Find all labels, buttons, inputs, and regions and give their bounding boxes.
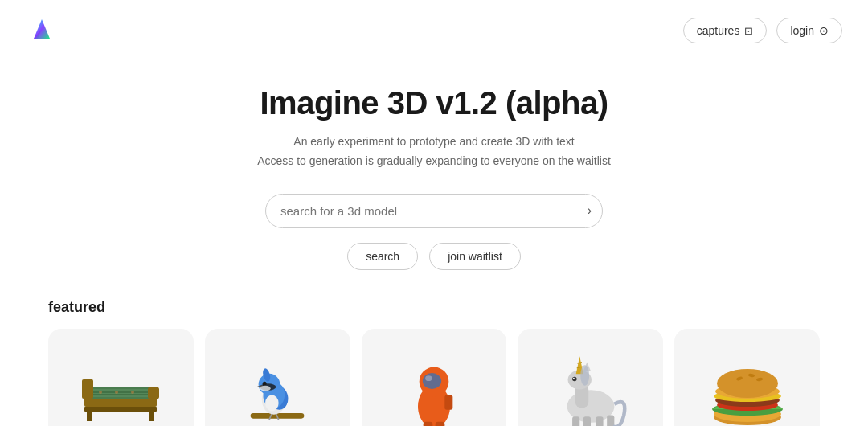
svg-rect-49 xyxy=(583,416,591,426)
header: captures ⊡ login ⊙ xyxy=(0,0,868,61)
svg-rect-50 xyxy=(596,416,603,426)
svg-point-45 xyxy=(573,377,575,379)
page-title: Imagine 3D v1.2 (alpha) xyxy=(260,85,608,121)
svg-point-32 xyxy=(423,373,441,389)
search-input[interactable] xyxy=(265,194,603,228)
subtitle-line1: An early experiment to prototype and cre… xyxy=(293,135,574,148)
featured-section: featured xyxy=(0,299,868,426)
svg-rect-11 xyxy=(148,387,159,399)
unicorn-model xyxy=(542,349,639,426)
search-bar-wrapper: › xyxy=(265,194,603,228)
sandwich-model xyxy=(699,353,796,426)
svg-rect-30 xyxy=(444,395,452,409)
svg-rect-7 xyxy=(88,389,153,397)
svg-rect-48 xyxy=(572,416,579,426)
action-buttons: search join waitlist xyxy=(347,243,521,270)
featured-cards-row xyxy=(48,329,820,426)
login-icon: ⊙ xyxy=(819,24,829,37)
svg-rect-5 xyxy=(149,412,154,421)
featured-card-bird[interactable] xyxy=(205,329,350,426)
svg-point-12 xyxy=(99,391,102,394)
join-waitlist-button[interactable]: join waitlist xyxy=(429,243,521,270)
svg-point-13 xyxy=(115,391,118,394)
featured-label: featured xyxy=(48,299,820,316)
svg-rect-34 xyxy=(424,421,433,426)
login-button[interactable]: login ⊙ xyxy=(776,18,842,43)
featured-card-bed[interactable] xyxy=(48,329,194,426)
svg-point-25 xyxy=(263,381,267,385)
featured-card-unicorn[interactable] xyxy=(518,329,663,426)
svg-point-14 xyxy=(131,391,134,394)
search-button[interactable]: search xyxy=(347,243,418,270)
svg-point-28 xyxy=(260,385,271,391)
svg-point-44 xyxy=(572,376,577,381)
main-content: Imagine 3D v1.2 (alpha) An early experim… xyxy=(0,61,868,299)
svg-point-21 xyxy=(265,395,279,411)
svg-point-26 xyxy=(264,382,265,383)
subtitle-line2: Access to generation is gradually expand… xyxy=(257,154,611,167)
astronaut-model xyxy=(394,341,474,426)
captures-label: captures xyxy=(697,24,740,37)
svg-point-33 xyxy=(425,375,432,381)
captures-button[interactable]: captures ⊡ xyxy=(683,18,768,43)
svg-rect-3 xyxy=(84,407,157,412)
subtitle: An early experiment to prototype and cre… xyxy=(257,133,611,171)
bird-model xyxy=(237,341,317,426)
svg-rect-10 xyxy=(82,379,93,399)
header-actions: captures ⊡ login ⊙ xyxy=(683,18,842,43)
logo[interactable] xyxy=(26,13,58,48)
featured-card-astronaut[interactable] xyxy=(362,329,507,426)
featured-card-sandwich[interactable] xyxy=(674,329,820,426)
svg-point-47 xyxy=(580,365,589,386)
login-label: login xyxy=(790,24,814,37)
svg-rect-35 xyxy=(436,421,445,426)
bed-model xyxy=(72,357,169,426)
svg-rect-4 xyxy=(87,412,92,421)
captures-icon: ⊡ xyxy=(744,25,753,37)
svg-point-63 xyxy=(717,369,778,398)
svg-rect-51 xyxy=(607,415,614,426)
